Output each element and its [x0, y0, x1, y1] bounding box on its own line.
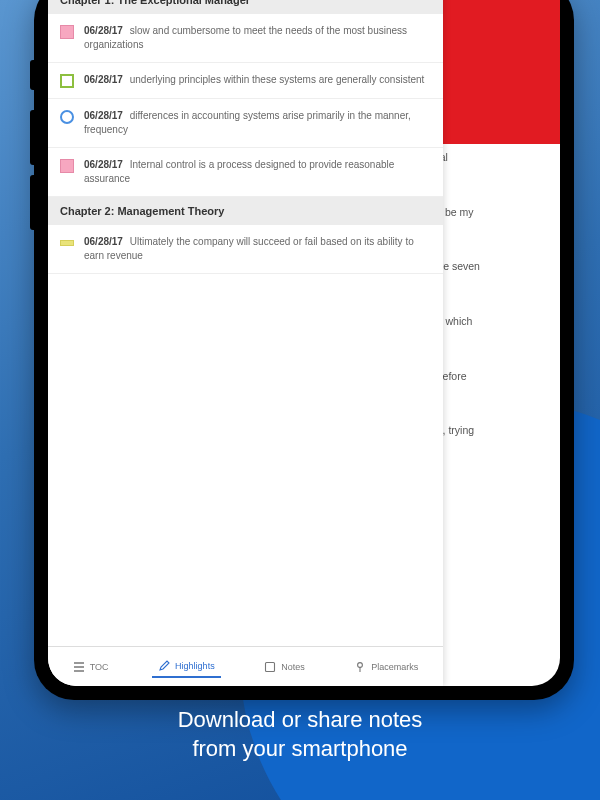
svg-point-1	[358, 662, 363, 667]
highlight-text: 06/28/17 slow and cumbersome to meet the…	[84, 24, 431, 52]
chapter-header: Chapter 2: Management Theory	[48, 197, 443, 225]
chapter-header: Chapter 1: The Exceptional Manager	[48, 0, 443, 14]
bg-text-fragment: onal	[428, 150, 548, 165]
comment-marker-icon	[60, 110, 74, 124]
svg-rect-0	[266, 662, 275, 671]
highlight-excerpt: slow and cumbersome to meet the needs of…	[84, 25, 407, 50]
highlight-row[interactable]: 06/28/17 slow and cumbersome to meet the…	[48, 14, 443, 63]
tab-label: TOC	[90, 662, 109, 672]
tab-placemarks[interactable]: Placemarks	[348, 657, 424, 677]
highlight-text: 06/28/17 differences in accounting syste…	[84, 109, 431, 137]
bg-text-fragment: n before	[428, 369, 548, 384]
background-text-column: onal uld be my t are seven ge, which n b…	[428, 150, 548, 478]
highlight-text: 06/28/17 Internal control is a process d…	[84, 158, 431, 186]
device-frame: onal uld be my t are seven ge, which n b…	[34, 0, 574, 700]
highlight-marker-icon	[60, 74, 74, 88]
highlight-row[interactable]: 06/28/17 differences in accounting syste…	[48, 99, 443, 148]
pin-icon	[354, 661, 366, 673]
highlight-date: 06/28/17	[84, 236, 123, 247]
note-icon	[264, 661, 276, 673]
highlight-excerpt: underlying principles within these syste…	[130, 74, 425, 85]
highlight-text: 06/28/17 underlying principles within th…	[84, 73, 431, 87]
highlight-date: 06/28/17	[84, 110, 123, 121]
device-side-button	[30, 175, 34, 230]
highlight-row[interactable]: 06/28/17 underlying principles within th…	[48, 63, 443, 99]
highlight-row[interactable]: 06/28/17 Ultimately the company will suc…	[48, 225, 443, 274]
caption-line: from your smartphone	[0, 734, 600, 764]
tab-label: Placemarks	[371, 662, 418, 672]
highlight-excerpt: differences in accounting systems arise …	[84, 110, 411, 135]
highlights-panel: Chapter 1: The Exceptional Manager 06/28…	[48, 0, 443, 686]
device-side-button	[30, 110, 34, 165]
tab-notes[interactable]: Notes	[258, 657, 311, 677]
list-icon	[73, 661, 85, 673]
highlight-date: 06/28/17	[84, 74, 123, 85]
highlight-marker-icon	[60, 159, 74, 173]
tab-label: Highlights	[175, 661, 215, 671]
bg-text-fragment: es), trying	[428, 423, 548, 438]
highlight-excerpt: Internal control is a process designed t…	[84, 159, 394, 184]
highlight-date: 06/28/17	[84, 25, 123, 36]
tab-highlights[interactable]: Highlights	[152, 656, 221, 678]
bg-text-fragment: uld be my	[428, 205, 548, 220]
highlight-marker-icon	[60, 25, 74, 39]
highlight-row[interactable]: 06/28/17 Internal control is a process d…	[48, 148, 443, 197]
tab-toc[interactable]: TOC	[67, 657, 115, 677]
highlight-date: 06/28/17	[84, 159, 123, 170]
caption-line: Download or share notes	[0, 705, 600, 735]
pencil-icon	[158, 660, 170, 672]
panel-tab-bar: TOC Highlights Notes	[48, 646, 443, 686]
bg-text-fragment: ge, which	[428, 314, 548, 329]
highlights-list[interactable]: Chapter 1: The Exceptional Manager 06/28…	[48, 0, 443, 646]
promo-stage: onal uld be my t are seven ge, which n b…	[0, 0, 600, 800]
highlight-excerpt: Ultimately the company will succeed or f…	[84, 236, 414, 261]
highlight-marker-icon	[60, 240, 74, 246]
tab-label: Notes	[281, 662, 305, 672]
bg-text-fragment: t are seven	[428, 259, 548, 274]
device-side-button	[30, 60, 34, 90]
highlight-text: 06/28/17 Ultimately the company will suc…	[84, 235, 431, 263]
promo-caption: Download or share notes from your smartp…	[0, 705, 600, 764]
device-screen: onal uld be my t are seven ge, which n b…	[48, 0, 560, 686]
